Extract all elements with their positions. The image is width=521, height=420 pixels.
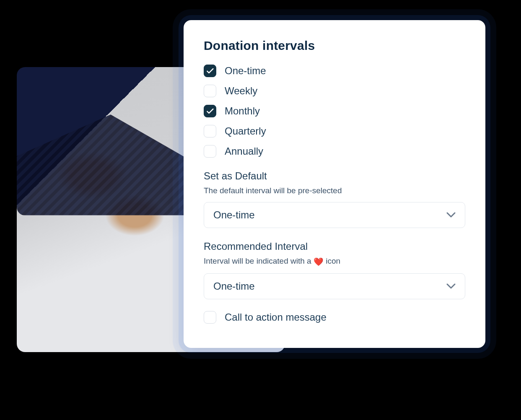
interval-label: Monthly [225, 105, 260, 117]
checkbox-one-time[interactable] [204, 65, 216, 77]
interval-label: Annually [225, 145, 263, 157]
default-label: Set as Default [204, 170, 465, 182]
check-icon [207, 68, 214, 74]
interval-label: Weekly [225, 85, 257, 97]
checkbox-weekly[interactable] [204, 85, 216, 97]
cta-label: Call to action message [225, 311, 327, 323]
panel-title: Donation intervals [204, 39, 465, 53]
checkbox-annually[interactable] [204, 145, 216, 158]
donation-intervals-panel: Donation intervals One-time Weekly Month… [184, 20, 485, 348]
interval-option-annually: Annually [204, 145, 465, 158]
interval-option-quarterly: Quarterly [204, 125, 465, 137]
recommended-sub: Interval will be indicated with a ❤️ ico… [204, 257, 465, 267]
recommended-select-value: One-time [213, 280, 255, 292]
interval-option-monthly: Monthly [204, 105, 465, 117]
default-select-value: One-time [213, 209, 255, 221]
checkbox-monthly[interactable] [204, 105, 216, 117]
interval-option-one-time: One-time [204, 65, 465, 77]
recommended-interval-select[interactable]: One-time [204, 273, 465, 299]
recommended-label: Recommended Interval [204, 241, 465, 252]
chevron-down-icon [446, 212, 456, 218]
default-interval-select[interactable]: One-time [204, 202, 465, 228]
checkbox-quarterly[interactable] [204, 125, 216, 137]
interval-label: One-time [225, 65, 266, 77]
cta-option: Call to action message [204, 311, 465, 324]
heart-icon: ❤️ [314, 257, 324, 266]
check-icon [207, 109, 214, 114]
default-sub: The default interval will be pre-selecte… [204, 186, 465, 195]
recommended-sub-before: Interval will be indicated with a [204, 257, 314, 265]
recommended-sub-after: icon [324, 257, 340, 265]
chevron-down-icon [446, 283, 456, 289]
interval-option-weekly: Weekly [204, 85, 465, 97]
interval-label: Quarterly [225, 125, 266, 137]
checkbox-cta[interactable] [204, 311, 216, 324]
